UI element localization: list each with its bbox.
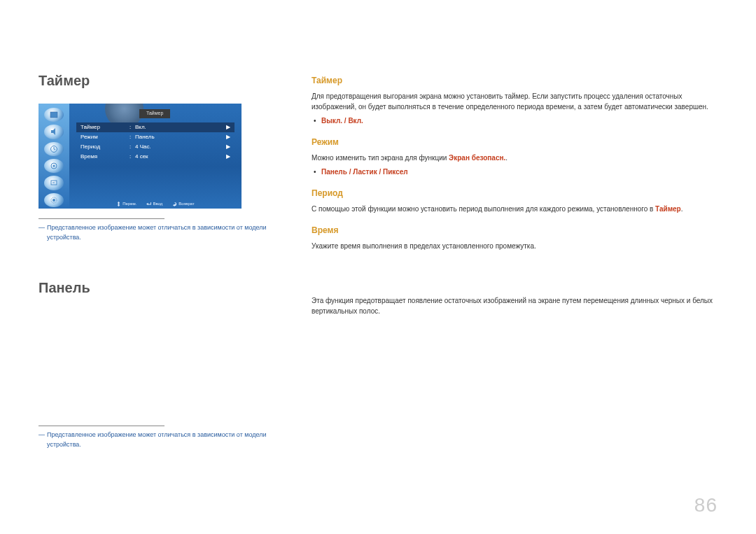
image-disclaimer: Представленное изображение может отличат… [38,430,284,449]
option-off: Выкл. [321,117,342,125]
osd-row-value: 4 Час. [135,143,226,151]
osd-footer-move: Перем. [116,201,136,207]
osd-row-timer: Таймер : Вкл. ▶ [76,122,234,132]
heading-timer: Таймер [312,74,718,87]
osd-row-label: Таймер [80,123,130,132]
chevron-right-icon: ▶ [226,143,230,151]
setup-icon [44,193,64,207]
picture-icon [44,108,64,122]
osd-row-time: Время : 4 сек ▶ [76,152,234,162]
timer-description: Для предотвращения выгорания экрана можн… [312,91,718,112]
caption-divider [38,426,164,426]
heading-period: Период [312,187,718,199]
chevron-right-icon: ▶ [226,153,230,161]
time-description: Укажите время выполнения в пределах уста… [312,241,718,251]
option-on: Вкл. [348,117,363,125]
osd-row-period: Период : 4 Час. ▶ [76,142,234,152]
caption-divider [38,218,164,219]
chevron-right-icon: ▶ [226,133,230,141]
period-description: С помощью этой функции можно установить … [312,204,718,214]
svg-rect-0 [50,112,57,118]
osd-row-label: Время [80,153,130,161]
section-panel-title: Панель [38,277,284,298]
timer-options: Выкл. / Вкл. [312,115,718,126]
option-pixel: Пиксел [383,168,408,176]
mode-options: Панель / Ластик / Пиксел [312,167,718,177]
osd-row-value: Вкл. [135,123,226,132]
osd-row-label: Период [80,143,130,151]
chevron-right-icon: ▶ [226,123,230,132]
page-number: 86 [694,491,718,520]
section-timer-title: Таймер [38,70,284,91]
sound-icon [44,125,64,139]
osd-screenshot: Таймер Таймер : Вкл. ▶ Режим : Панель ▶ [38,104,241,209]
clock-icon [44,142,64,156]
svg-point-4 [53,165,55,167]
option-panel: Панель [321,168,347,176]
svg-point-6 [52,199,55,202]
osd-footer-enter: Ввод [146,201,162,207]
osd-sidebar [38,104,69,209]
osd-row-value: 4 сек [135,153,226,161]
input-icon [44,176,64,190]
heading-mode: Режим [312,136,718,148]
option-eraser: Ластик [353,168,377,176]
orbit-icon [44,159,64,173]
svg-marker-1 [51,128,55,135]
osd-row-mode: Режим : Панель ▶ [76,132,234,142]
osd-row-value: Панель [135,133,226,141]
osd-breadcrumb: Таймер [139,109,170,118]
heading-time: Время [312,224,718,237]
mode-description: Можно изменить тип экрана для функции Эк… [312,153,718,163]
osd-footer-return: Возврат [172,201,195,207]
image-disclaimer: Представленное изображение может отличат… [38,223,284,242]
panel-description: Эта функция предотвращает появление оста… [312,295,718,316]
osd-row-label: Режим [80,133,130,141]
osd-footer: Перем. Ввод Возврат [69,201,241,207]
